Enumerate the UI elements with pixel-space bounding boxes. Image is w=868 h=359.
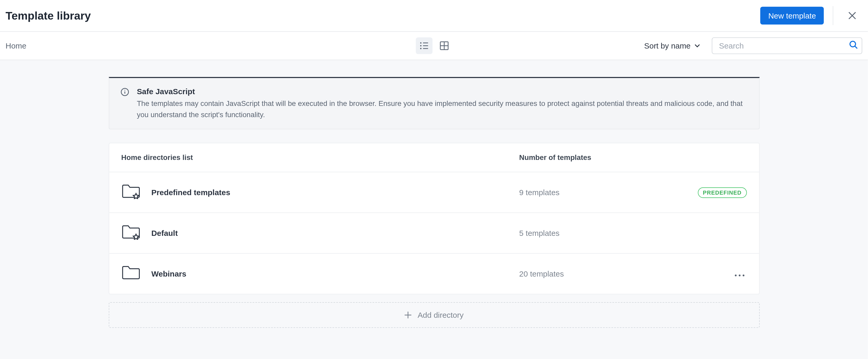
more-actions-button[interactable] bbox=[732, 266, 747, 281]
svg-point-15 bbox=[124, 90, 125, 91]
plus-icon bbox=[404, 311, 412, 319]
content-area: Safe JavaScript The templates may contai… bbox=[0, 60, 868, 359]
list-icon bbox=[419, 41, 429, 51]
more-horizontal-icon bbox=[734, 274, 744, 276]
alert-title: Safe JavaScript bbox=[137, 87, 748, 96]
add-directory-label: Add directory bbox=[417, 310, 463, 319]
template-count: 20 templates bbox=[519, 269, 698, 278]
page-header: Template library New template bbox=[0, 0, 868, 32]
alert-text: The templates may contain JavaScript tha… bbox=[137, 98, 748, 120]
view-toggle bbox=[415, 37, 452, 54]
folder-icon bbox=[121, 265, 140, 282]
new-template-button[interactable]: New template bbox=[761, 7, 824, 25]
col-header-count: Number of templates bbox=[519, 153, 698, 162]
svg-point-2 bbox=[420, 42, 421, 43]
divider bbox=[833, 6, 833, 25]
predefined-badge: PREDEFINED bbox=[698, 187, 747, 198]
svg-point-4 bbox=[420, 48, 421, 49]
grid-view-button[interactable] bbox=[436, 37, 452, 54]
info-icon bbox=[120, 88, 129, 120]
svg-point-3 bbox=[420, 45, 421, 47]
template-count: 9 templates bbox=[519, 188, 698, 197]
close-icon bbox=[848, 11, 857, 20]
grid-icon bbox=[439, 41, 449, 51]
folder-icon bbox=[121, 224, 140, 242]
search-field bbox=[712, 37, 862, 54]
add-directory-button[interactable]: Add directory bbox=[108, 302, 760, 328]
breadcrumb[interactable]: Home bbox=[5, 41, 26, 50]
table-header: Home directories list Number of template… bbox=[109, 143, 759, 172]
row-actions bbox=[698, 266, 746, 281]
search-input[interactable] bbox=[712, 37, 862, 54]
directory-name: Predefined templates bbox=[151, 188, 230, 197]
table-row[interactable]: Predefined templates9 templatesPREDEFINE… bbox=[109, 172, 759, 213]
svg-point-17 bbox=[738, 274, 740, 276]
svg-point-11 bbox=[850, 41, 856, 47]
chevron-down-icon bbox=[694, 42, 701, 49]
row-actions: PREDEFINED bbox=[698, 187, 746, 198]
page-title: Template library bbox=[5, 9, 91, 22]
table-row[interactable]: Webinars20 templates bbox=[109, 253, 759, 294]
search-icon[interactable] bbox=[849, 40, 858, 51]
svg-point-16 bbox=[735, 274, 736, 276]
svg-line-12 bbox=[855, 46, 857, 49]
directory-name: Default bbox=[151, 229, 178, 237]
header-actions: New template bbox=[761, 5, 862, 26]
col-header-name: Home directories list bbox=[121, 153, 519, 162]
list-view-button[interactable] bbox=[415, 37, 432, 54]
directory-name: Webinars bbox=[151, 269, 186, 278]
toolbar-right: Sort by name bbox=[644, 37, 862, 54]
folder-icon bbox=[121, 183, 140, 201]
template-count: 5 templates bbox=[519, 229, 698, 237]
sort-dropdown[interactable]: Sort by name bbox=[644, 41, 701, 50]
sort-label: Sort by name bbox=[644, 41, 691, 50]
svg-point-18 bbox=[742, 274, 744, 276]
info-alert: Safe JavaScript The templates may contai… bbox=[108, 77, 760, 129]
close-button[interactable] bbox=[842, 5, 862, 26]
toolbar: Home bbox=[0, 32, 868, 60]
table-row[interactable]: Default5 templates bbox=[109, 213, 759, 253]
directories-table: Home directories list Number of template… bbox=[108, 143, 760, 294]
